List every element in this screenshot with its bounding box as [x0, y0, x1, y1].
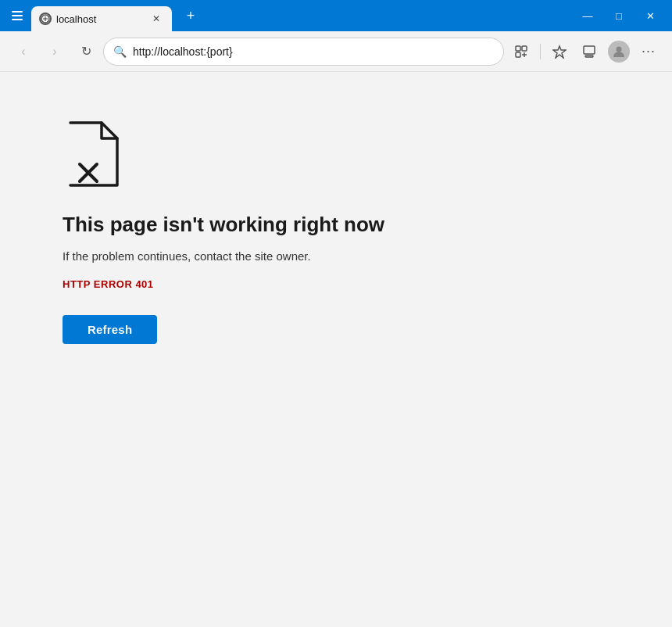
back-button[interactable]: ‹ — [9, 38, 38, 66]
error-document-icon — [63, 119, 125, 181]
collections-button[interactable] — [575, 38, 603, 66]
refresh-button[interactable]: Refresh — [63, 315, 157, 344]
error-code: HTTP ERROR 401 — [63, 278, 154, 290]
svg-rect-8 — [516, 52, 520, 57]
new-tab-button[interactable]: + — [178, 3, 203, 28]
forward-button[interactable]: › — [41, 38, 69, 66]
tab-favicon — [39, 13, 52, 25]
extensions-button[interactable] — [507, 38, 535, 66]
address-bar-container: 🔍 — [103, 38, 504, 66]
svg-rect-10 — [584, 46, 595, 54]
svg-rect-0 — [12, 11, 23, 13]
title-bar-left: localhost ✕ + — [6, 3, 203, 28]
refresh-nav-button[interactable]: ↻ — [72, 38, 100, 66]
tab-close-button[interactable]: ✕ — [148, 11, 164, 27]
user-profile-button[interactable] — [605, 38, 633, 66]
tab-title: localhost — [56, 13, 144, 25]
browser-tab[interactable]: localhost ✕ — [31, 6, 172, 31]
sidebar-toggle-button[interactable] — [6, 5, 28, 27]
more-options-button[interactable]: ··· — [634, 38, 663, 66]
svg-rect-11 — [585, 56, 593, 57]
svg-rect-2 — [12, 19, 23, 20]
close-button[interactable]: ✕ — [634, 0, 666, 31]
svg-rect-1 — [12, 15, 23, 16]
svg-rect-7 — [522, 46, 527, 51]
error-page-content: This page isn't working right now If the… — [0, 72, 672, 627]
search-icon: 🔍 — [113, 45, 127, 58]
avatar — [608, 41, 630, 63]
maximize-button[interactable]: □ — [603, 0, 634, 31]
svg-point-12 — [617, 46, 622, 52]
svg-marker-9 — [553, 46, 566, 58]
nav-right-icons: ··· — [507, 38, 663, 66]
navigation-bar: ‹ › ↻ 🔍 — [0, 31, 672, 72]
minimize-button[interactable]: — — [572, 0, 603, 31]
address-input[interactable] — [133, 45, 494, 58]
favorites-button[interactable] — [545, 38, 574, 66]
window-controls: — □ ✕ — [572, 0, 666, 31]
error-subtext: If the problem continues, contact the si… — [63, 249, 311, 263]
svg-rect-6 — [516, 46, 520, 51]
error-heading: This page isn't working right now — [63, 213, 384, 237]
title-bar: localhost ✕ + — □ ✕ — [0, 0, 672, 31]
nav-divider — [540, 44, 541, 59]
